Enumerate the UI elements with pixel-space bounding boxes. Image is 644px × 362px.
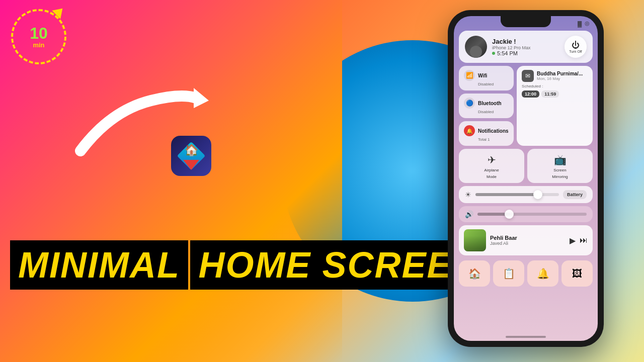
notification-card[interactable]: ✉ Buddha Purnima/... Mon, 16 May Schedul… <box>517 66 593 146</box>
wifi-status: Disabled <box>464 82 509 86</box>
title-line1: MINIMAL <box>18 245 180 285</box>
bluetooth-toggle[interactable]: 🔵 Bluetooth Disabled <box>459 94 514 118</box>
notif-header: ✉ Buddha Purnima/... Mon, 16 May <box>522 70 588 82</box>
bluetooth-status: Disabled <box>464 110 509 114</box>
music-controls: ▶ ⏭ <box>570 236 588 245</box>
chevron-red <box>183 160 199 170</box>
wifi-label: Wifi <box>478 73 487 78</box>
power-icon: ⏻ <box>572 41 580 50</box>
avatar-head <box>470 46 482 58</box>
bluetooth-toggle-row: 🔵 Bluetooth <box>464 98 509 109</box>
svg-marker-0 <box>194 88 209 108</box>
time-badge-1: 12:00 <box>522 90 539 98</box>
bluetooth-icon: 🔵 <box>464 98 475 109</box>
title-line2: HOME SCREEN <box>198 245 479 285</box>
music-player-card[interactable]: Pehli Baar Javed Ali ▶ ⏭ <box>459 225 593 255</box>
notifications-icon: 🔔 <box>464 125 475 136</box>
wifi-toggle[interactable]: 📶 Wifi Disabled <box>459 66 514 90</box>
toggles-row: 📶 Wifi Disabled 🔵 Bluetooth Disabled <box>459 66 593 146</box>
music-thumb-overlay <box>464 236 486 251</box>
control-center-content: Jackie ! iPhone 12 Pro Max 5:54 PM ⏻ Tur… <box>454 29 598 260</box>
power-button[interactable]: ⏻ Turn Off <box>565 36 587 58</box>
avatar <box>465 36 487 58</box>
time-badge-2: 11:59 <box>541 90 559 98</box>
nav-bell-icon: 🔔 <box>537 267 549 280</box>
volume-track[interactable] <box>477 213 587 216</box>
notifications-status: Total 1 <box>464 137 509 142</box>
volume-thumb[interactable] <box>505 210 514 219</box>
phone-frame: ▓ ◎ Jackie ! iPhone 12 Pro Max <box>448 10 604 347</box>
music-skip-button[interactable]: ⏭ <box>580 236 588 245</box>
nav-home-icon: 🏠 <box>468 267 481 280</box>
phone-mockup: ▓ ◎ Jackie ! iPhone 12 Pro Max <box>448 10 604 347</box>
notifications-toggle[interactable]: 🔔 Notifications Total 1 <box>459 121 514 146</box>
profile-info: Jackie ! iPhone 12 Pro Max 5:54 PM <box>492 38 559 56</box>
profile-name: Jackie ! <box>492 38 559 45</box>
brightness-slider[interactable]: ☀ Battery <box>459 186 593 203</box>
profile-time: 5:54 PM <box>492 50 559 56</box>
screen-mirroring-label: Screen <box>553 168 566 172</box>
house-icon: 🏠 <box>185 144 198 157</box>
notif-date: Mon, 16 May <box>537 76 583 81</box>
brightness-thumb[interactable] <box>533 190 542 199</box>
screen-mirroring-icon: 📺 <box>554 154 567 166</box>
airplane-sublabel: Mode <box>487 174 497 179</box>
bottom-navigation: 🏠 📋 🔔 🖼 <box>454 260 598 291</box>
nav-home-button[interactable]: 🏠 <box>459 260 490 287</box>
screen-mirroring-sublabel: Mirroring <box>552 174 568 179</box>
timer-number: 10 <box>30 25 48 41</box>
action-buttons-row: ✈ Airplane Mode 📺 Screen Mirroring <box>459 149 593 183</box>
app-icon[interactable]: 🏠 <box>171 136 211 176</box>
music-thumbnail <box>464 229 486 251</box>
phone-screen: ▓ ◎ Jackie ! iPhone 12 Pro Max <box>454 16 598 341</box>
nav-files-icon: 📋 <box>503 267 515 280</box>
airplane-icon: ✈ <box>488 154 496 166</box>
battery-icon: ▓ <box>578 21 582 27</box>
nav-gallery-button[interactable]: 🖼 <box>561 260 593 287</box>
profile-card[interactable]: Jackie ! iPhone 12 Pro Max 5:54 PM ⏻ Tur… <box>459 31 593 63</box>
notif-time-row: 12:00 11:59 <box>522 90 588 98</box>
phone-notch <box>501 16 551 27</box>
profile-device: iPhone 12 Pro Max <box>492 45 559 50</box>
battery-button[interactable]: Battery <box>563 190 587 199</box>
music-info: Pehli Baar Javed Ali <box>490 235 566 246</box>
settings-icon: ◎ <box>585 20 590 27</box>
volume-icon: 🔊 <box>465 210 473 218</box>
notif-app-icon: ✉ <box>522 70 534 82</box>
online-indicator <box>492 52 495 55</box>
avatar-image <box>465 36 487 58</box>
brightness-icon: ☀ <box>465 191 471 199</box>
nav-bell-button[interactable]: 🔔 <box>527 260 558 287</box>
title-text-block: MINIMAL HOME SCREEN <box>10 240 487 292</box>
power-label: Turn Off <box>569 50 582 53</box>
nav-gallery-icon: 🖼 <box>572 268 582 280</box>
timer-unit: min <box>33 41 44 49</box>
bluetooth-label: Bluetooth <box>478 101 502 106</box>
wifi-toggle-row: 📶 Wifi <box>464 70 509 81</box>
timer-badge: 10 min <box>11 9 66 64</box>
music-title: Pehli Baar <box>490 235 566 241</box>
airplane-mode-button[interactable]: ✈ Airplane Mode <box>459 149 524 183</box>
notifications-row: 🔔 Notifications <box>464 125 509 136</box>
notifications-label: Notifications <box>478 128 509 134</box>
notif-title: Buddha Purnima/... <box>537 71 583 76</box>
airplane-label: Airplane <box>484 168 499 172</box>
music-play-button[interactable]: ▶ <box>570 236 576 245</box>
nav-files-button[interactable]: 📋 <box>493 260 524 287</box>
brightness-fill <box>475 193 538 196</box>
volume-slider[interactable]: 🔊 <box>459 206 593 222</box>
notif-scheduled-label: Scheduled : <box>522 84 588 88</box>
wifi-icon: 📶 <box>464 70 475 81</box>
screen-mirroring-button[interactable]: 📺 Screen Mirroring <box>527 149 593 183</box>
brightness-track[interactable] <box>475 193 559 196</box>
home-indicator <box>506 336 546 338</box>
music-artist: Javed Ali <box>490 241 566 246</box>
